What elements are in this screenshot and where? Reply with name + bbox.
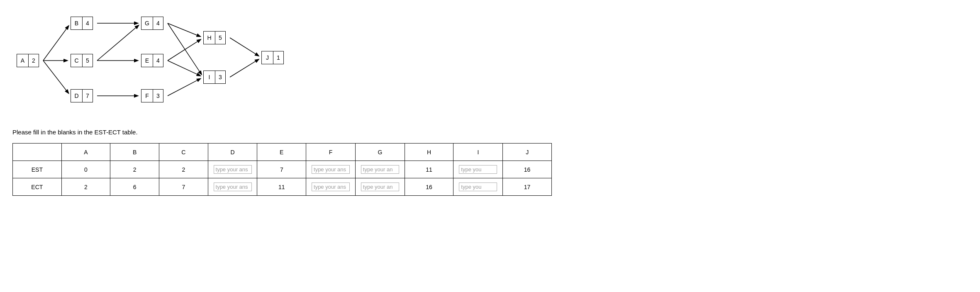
svg-line-12: [230, 38, 258, 56]
cell-ect-e: 11: [257, 178, 306, 196]
col-header-b: B: [110, 144, 159, 161]
input-est-g[interactable]: [361, 165, 399, 174]
node-label-e: E: [141, 54, 153, 67]
svg-line-2: [43, 61, 68, 93]
node-g: G4: [141, 17, 163, 30]
node-h: H5: [203, 31, 226, 44]
col-header-i: I: [453, 144, 503, 161]
node-val-a: 2: [29, 54, 39, 67]
col-header-h: H: [405, 144, 453, 161]
cell-ect-c: 7: [159, 178, 208, 196]
cell-est-i[interactable]: [453, 161, 503, 178]
cell-est-f[interactable]: [306, 161, 356, 178]
svg-line-8: [168, 23, 202, 74]
node-val-h: 5: [215, 32, 225, 44]
input-ect-d[interactable]: [214, 182, 252, 191]
node-label-h: H: [204, 32, 215, 44]
svg-line-11: [168, 79, 200, 96]
cell-est-j: 16: [503, 161, 552, 178]
col-header-: [13, 144, 62, 161]
col-header-f: F: [306, 144, 356, 161]
node-a: A2: [17, 54, 39, 67]
svg-line-0: [43, 26, 68, 61]
svg-line-7: [168, 23, 200, 36]
cell-ect-f[interactable]: [306, 178, 356, 196]
node-val-c: 5: [83, 54, 93, 67]
input-ect-f[interactable]: [312, 182, 350, 191]
node-i: I3: [203, 71, 226, 84]
node-label-g: G: [141, 17, 153, 29]
input-ect-g[interactable]: [361, 182, 399, 191]
node-c: C5: [71, 54, 93, 67]
cell-est-g[interactable]: [355, 161, 405, 178]
row-label-ect: ECT: [13, 178, 62, 196]
cell-ect-i[interactable]: [453, 178, 503, 196]
col-header-a: A: [61, 144, 110, 161]
node-d: D7: [71, 89, 93, 102]
node-label-c: C: [71, 54, 83, 67]
col-header-c: C: [159, 144, 208, 161]
col-header-g: G: [355, 144, 405, 161]
cell-ect-b: 6: [110, 178, 159, 196]
node-val-e: 4: [153, 54, 163, 67]
cell-ect-a: 2: [61, 178, 110, 196]
cell-ect-d[interactable]: [208, 178, 257, 196]
node-label-f: F: [141, 90, 153, 102]
input-est-f[interactable]: [312, 165, 350, 174]
col-header-e: E: [257, 144, 306, 161]
cell-ect-g[interactable]: [355, 178, 405, 196]
node-e: E4: [141, 54, 163, 67]
node-label-a: A: [17, 54, 29, 67]
node-label-j: J: [262, 51, 273, 64]
cell-est-d[interactable]: [208, 161, 257, 178]
cell-est-e: 7: [257, 161, 306, 178]
node-val-b: 4: [83, 17, 93, 29]
node-val-j: 1: [273, 51, 283, 64]
graph-diagram: A2B4C5D7E4F3G4H5I3J1: [12, 8, 324, 116]
cell-ect-j: 17: [503, 178, 552, 196]
node-j: J1: [261, 51, 284, 64]
node-b: B4: [71, 17, 93, 30]
table-row-est: EST02271116: [13, 161, 552, 178]
col-header-j: J: [503, 144, 552, 161]
node-label-b: B: [71, 17, 83, 29]
est-ect-table: ABCDEFGHIJ EST02271116ECT267111617: [12, 143, 552, 196]
instructions-text: Please fill in the blanks in the EST-ECT…: [12, 129, 968, 136]
node-label-d: D: [71, 90, 83, 102]
cell-ect-h: 16: [405, 178, 453, 196]
input-ect-i[interactable]: [459, 182, 497, 191]
node-val-g: 4: [153, 17, 163, 29]
svg-line-9: [168, 39, 200, 61]
input-est-i[interactable]: [459, 165, 497, 174]
svg-line-13: [230, 59, 258, 77]
svg-line-5: [97, 25, 139, 61]
cell-est-c: 2: [159, 161, 208, 178]
node-label-i: I: [204, 71, 215, 83]
node-val-f: 3: [153, 90, 163, 102]
row-label-est: EST: [13, 161, 62, 178]
table-row-ect: ECT267111617: [13, 178, 552, 196]
svg-line-10: [168, 61, 200, 76]
input-est-d[interactable]: [214, 165, 252, 174]
node-val-d: 7: [83, 90, 93, 102]
cell-est-a: 0: [61, 161, 110, 178]
node-val-i: 3: [215, 71, 225, 83]
col-header-d: D: [208, 144, 257, 161]
cell-est-h: 11: [405, 161, 453, 178]
cell-est-b: 2: [110, 161, 159, 178]
node-f: F3: [141, 89, 163, 102]
